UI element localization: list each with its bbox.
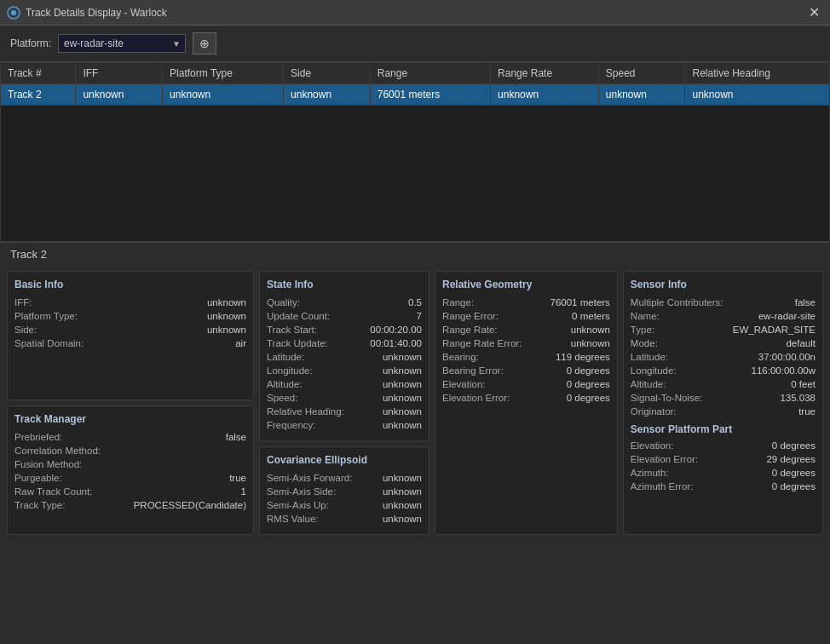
crosshair-button[interactable]: ⊕ — [193, 32, 216, 55]
basic-info-title: Basic Info — [14, 279, 246, 290]
sen-label-snr: Signal-To-Noise: — [631, 393, 733, 403]
si-value-relheading: unknown — [369, 406, 422, 417]
cov-field-side: Semi-Axis Side: unknown — [267, 486, 422, 497]
cell-range-rate: unknown — [491, 84, 599, 106]
tm-value-prebriefed: false — [117, 432, 246, 442]
sen-label-alt: Altitude: — [631, 379, 733, 389]
cov-value-up: unknown — [369, 500, 422, 510]
cov-field-up: Semi-Axis Up: unknown — [267, 500, 422, 510]
rg-label-bearing-error: Bearing Error: — [442, 365, 545, 376]
table-row[interactable]: Track 2 unknown unknown unknown 76001 me… — [1, 84, 830, 106]
si-value-updatecount: 7 — [369, 311, 422, 321]
si-label-updatecount: Update Count: — [267, 311, 369, 321]
sen-value-name: ew-radar-site — [733, 311, 816, 321]
spp-label-azimuth: Azimuth: — [631, 468, 733, 478]
spp-label-elevation: Elevation: — [631, 440, 733, 451]
si-field-quality: Quality: 0.5 — [267, 297, 422, 308]
si-value-alt: unknown — [369, 379, 422, 389]
svg-point-1 — [11, 10, 16, 15]
spp-field-elevation-error: Elevation Error: 29 degrees — [631, 454, 816, 464]
sen-label-originator: Originator: — [631, 406, 733, 417]
covariance-title: Covariance Ellipsoid — [267, 454, 422, 466]
sen-field-type: Type: EW_RADAR_SITE — [631, 325, 816, 335]
sen-value-type: EW_RADAR_SITE — [733, 325, 816, 335]
rg-label-range-error: Range Error: — [442, 311, 545, 321]
platform-select-wrapper[interactable]: ew-radar-site ▼ — [58, 34, 186, 53]
sen-field-lat: Latitude: 37:00:00.00n — [631, 352, 816, 362]
rg-value-range: 76001 meters — [545, 297, 610, 308]
sen-field-alt: Altitude: 0 feet — [631, 379, 816, 389]
table-header-row: Track # IFF Platform Type Side Range Ran… — [1, 63, 830, 84]
rg-value-bearing-error: 0 degrees — [545, 365, 610, 376]
rg-value-range-rate-error: unknown — [545, 338, 610, 348]
tm-field-correlation: Correlation Method: — [14, 446, 246, 456]
sen-field-snr: Signal-To-Noise: 135.038 — [631, 393, 816, 403]
spp-value-azimuth: 0 degrees — [733, 468, 816, 478]
col-speed: Speed — [598, 63, 685, 84]
details-area: Basic Info IFF: unknown Platform Type: u… — [0, 266, 830, 540]
left-panels: Basic Info IFF: unknown Platform Type: u… — [7, 271, 254, 535]
sen-field-originator: Originator: true — [631, 406, 816, 417]
si-label-quality: Quality: — [267, 297, 369, 308]
si-value-trackupdate: 00:01:40.00 — [369, 338, 422, 348]
cell-platform-type: unknown — [163, 84, 284, 106]
state-info-panel: State Info Quality: 0.5 Update Count: 7 … — [259, 271, 429, 441]
sensor-info-panel: Sensor Info Multiple Contributers: false… — [623, 271, 823, 535]
col-range: Range — [370, 63, 490, 84]
rg-field-range: Range: 76001 meters — [442, 297, 610, 308]
platform-row: Platform: ew-radar-site ▼ ⊕ — [0, 26, 830, 62]
basic-info-label-platform: Platform Type: — [14, 311, 117, 321]
tm-field-purgeable: Purgeable: true — [14, 473, 246, 483]
sen-label-name: Name: — [631, 311, 733, 321]
track-manager-title: Track Manager — [14, 413, 246, 425]
tm-label-tracktype: Track Type: — [14, 500, 117, 510]
tm-label-prebriefed: Prebriefed: — [14, 432, 117, 442]
rg-label-range: Range: — [442, 297, 545, 308]
si-value-speed: unknown — [369, 393, 422, 403]
close-button[interactable]: ✕ — [805, 4, 823, 20]
track-table-container: Track # IFF Platform Type Side Range Ran… — [0, 62, 830, 243]
platform-select[interactable]: ew-radar-site — [58, 34, 186, 53]
rg-label-range-rate-error: Range Rate Error: — [442, 338, 545, 348]
basic-info-value-side: unknown — [117, 325, 246, 335]
si-field-trackstart: Track Start: 00:00:20.00 — [267, 325, 422, 335]
si-field-updatecount: Update Count: 7 — [267, 311, 422, 321]
si-label-trackstart: Track Start: — [267, 325, 369, 335]
si-label-relheading: Relative Heading: — [267, 406, 369, 417]
cell-track: Track 2 — [1, 84, 76, 106]
si-field-speed: Speed: unknown — [267, 393, 422, 403]
cell-range: 76001 meters — [370, 84, 490, 106]
rg-field-elevation-error: Elevation Error: 0 degrees — [442, 393, 610, 403]
tm-value-tracktype: PROCESSED(Candidate) — [117, 500, 246, 510]
spp-field-azimuth-error: Azimuth Error: 0 degrees — [631, 481, 816, 492]
rg-value-elevation-error: 0 degrees — [545, 393, 610, 403]
col-rel-heading: Relative Heading — [685, 63, 830, 84]
rg-field-bearing: Bearing: 119 degrees — [442, 352, 610, 362]
spp-value-elevation-error: 29 degrees — [733, 454, 816, 464]
si-label-speed: Speed: — [267, 393, 369, 403]
tm-field-prebriefed: Prebriefed: false — [14, 432, 246, 442]
si-field-relheading: Relative Heading: unknown — [267, 406, 422, 417]
tm-label-correlation: Correlation Method: — [14, 446, 117, 456]
col-platform-type: Platform Type — [163, 63, 284, 84]
cov-field-forward: Semi-Axis Forward: unknown — [267, 473, 422, 483]
section-title: Track 2 — [0, 243, 830, 266]
sen-label-lat: Latitude: — [631, 352, 733, 362]
rg-field-elevation: Elevation: 0 degrees — [442, 379, 610, 389]
sen-field-lon: Longitude: 116:00:00.00w — [631, 365, 816, 376]
sen-label-multiple: Multiple Contributers: — [631, 297, 733, 308]
tm-value-fusion — [117, 459, 246, 469]
state-panel-wrapper: State Info Quality: 0.5 Update Count: 7 … — [259, 271, 429, 535]
sen-label-lon: Longitude: — [631, 365, 733, 376]
spp-field-azimuth: Azimuth: 0 degrees — [631, 468, 816, 478]
col-side: Side — [284, 63, 371, 84]
spp-label-azimuth-error: Azimuth Error: — [631, 481, 733, 492]
window-title: Track Details Display - Warlock — [26, 7, 167, 19]
tm-label-fusion: Fusion Method: — [14, 459, 117, 469]
sen-field-name: Name: ew-radar-site — [631, 311, 816, 321]
basic-info-value-iff: unknown — [117, 297, 246, 308]
sen-value-lon: 116:00:00.00w — [733, 365, 816, 376]
cov-label-rms: RMS Value: — [267, 514, 369, 524]
sensor-platform-part: Sensor Platform Part Elevation: 0 degree… — [631, 423, 816, 492]
rg-label-range-rate: Range Rate: — [442, 325, 545, 335]
